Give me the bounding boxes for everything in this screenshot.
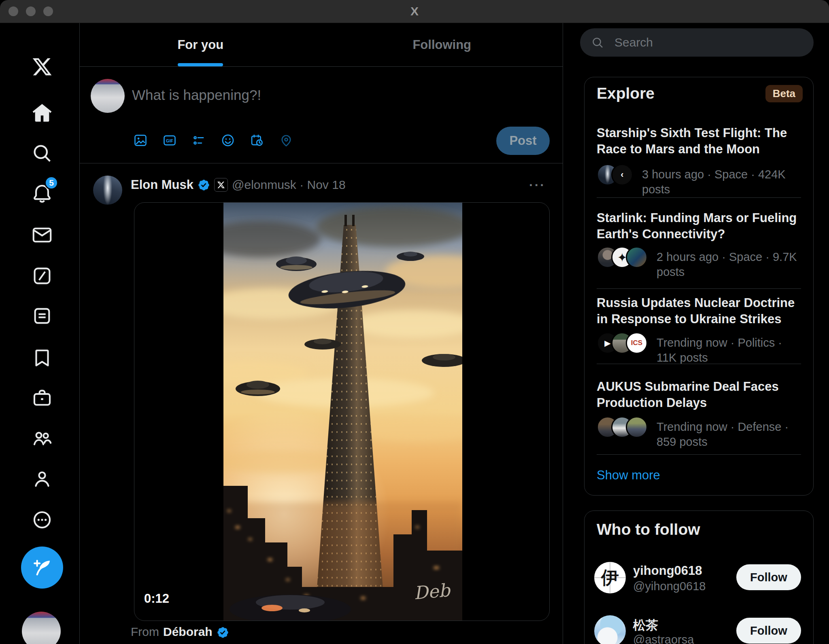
trend-meta-row: ‹ 3 hours ago · Space · 424K posts	[597, 164, 801, 197]
trend-meta-row: ✦ 2 hours ago · Space · 9.7K posts	[597, 246, 801, 280]
user-name[interactable]: yihong0618	[633, 564, 702, 578]
poll-icon[interactable]	[191, 133, 206, 148]
profile-icon[interactable]	[32, 468, 53, 489]
attribution-name[interactable]: Déborah	[163, 625, 213, 639]
trend-meta-row: Trending now · Defense · 859 posts	[597, 416, 801, 449]
trend-avatars	[597, 416, 648, 438]
affiliate-x-badge	[214, 178, 228, 192]
notification-count-badge: 5	[45, 176, 58, 190]
media-image-icon[interactable]	[133, 133, 148, 148]
trend-divider	[597, 288, 801, 289]
follow-button[interactable]: Follow	[736, 618, 801, 644]
trend-divider	[597, 364, 801, 364]
user-handle: @astraorsa	[633, 633, 694, 644]
gif-icon[interactable]: GIF	[162, 133, 177, 148]
trend-divider	[597, 197, 801, 198]
video-duration: 0:12	[144, 591, 169, 606]
location-icon[interactable]	[279, 133, 293, 148]
explore-panel: Explore Beta Starship's Sixth Test Fligh…	[584, 77, 814, 496]
follow-button[interactable]: Follow	[736, 564, 801, 590]
post-button[interactable]: Post	[496, 127, 550, 155]
timeline-tabs: For you Following	[80, 23, 563, 67]
explore-search-icon[interactable]	[32, 143, 53, 164]
bookmarks-icon[interactable]	[32, 347, 53, 368]
jobs-briefcase-icon[interactable]	[32, 387, 53, 408]
show-more-link[interactable]: Show more	[597, 468, 660, 483]
trend-avatars: ▶ ICS	[597, 332, 648, 354]
user-avatar[interactable]: 伊	[594, 562, 626, 593]
left-navigation: 5	[0, 23, 79, 644]
x-app-window: X 5	[0, 0, 829, 644]
trend-item[interactable]: Starship's Sixth Test Flight: The Race t…	[597, 125, 801, 157]
home-icon[interactable]	[32, 102, 53, 123]
tweet-more-menu[interactable]: ···	[529, 178, 546, 193]
section-divider	[80, 163, 563, 163]
trend-meta-row: ▶ ICS Trending now · Politics · 11K post…	[597, 332, 801, 365]
user-avatar[interactable]	[594, 615, 626, 644]
search-icon	[591, 36, 604, 49]
compose-post-button[interactable]	[21, 547, 63, 589]
who-to-follow-panel: Who to follow 伊 yihong0618 @yihong0618 F…	[584, 511, 814, 644]
composer-toolbar: GIF	[133, 133, 293, 148]
trend-item[interactable]: AUKUS Submarine Deal Faces Production De…	[597, 379, 801, 411]
who-to-follow-title: Who to follow	[597, 521, 700, 538]
emoji-icon[interactable]	[221, 133, 235, 148]
tweet-author-name[interactable]: Elon Musk	[131, 178, 193, 192]
video-attribution: From Déborah	[131, 625, 228, 639]
trend-item[interactable]: Starlink: Funding Mars or Fueling Earth'…	[597, 210, 801, 242]
verified-badge-icon	[198, 179, 210, 191]
compose-feather-icon	[32, 557, 53, 578]
colorful-avatar	[626, 246, 648, 268]
tweet-handle-date[interactable]: @elonmusk · Nov 18	[232, 178, 346, 192]
suited-man-avatar	[626, 416, 648, 438]
schedule-icon[interactable]	[250, 133, 264, 148]
tweet-header: Elon Musk @elonmusk · Nov 18	[131, 178, 346, 192]
user-handle: @yihong0618	[633, 580, 706, 593]
composer-input[interactable]: What is happening?!	[132, 87, 261, 103]
window-title: X	[0, 4, 829, 18]
search-bar[interactable]: Search	[580, 28, 814, 57]
account-avatar[interactable]	[22, 612, 61, 644]
trend-divider	[597, 454, 801, 455]
x-logo-icon[interactable]	[32, 56, 53, 77]
svg-text:GIF: GIF	[166, 138, 173, 143]
composer-avatar[interactable]	[91, 79, 125, 113]
articles-icon[interactable]	[32, 305, 53, 326]
video-frame	[223, 203, 462, 621]
search-placeholder: Search	[614, 36, 653, 49]
tweet-author-avatar[interactable]	[93, 176, 122, 205]
communities-icon[interactable]	[32, 428, 53, 449]
trend-item[interactable]: Russia Updates Nuclear Doctrine in Respo…	[597, 295, 801, 327]
trend-avatars: ✦	[597, 246, 648, 268]
grok-icon[interactable]	[32, 265, 53, 286]
follow-suggestion[interactable]: 伊 yihong0618 @yihong0618 Follow	[594, 562, 801, 594]
tab-following[interactable]: Following	[321, 23, 563, 66]
explore-title: Explore	[597, 85, 655, 102]
verified-badge-icon	[217, 626, 228, 638]
macos-titlebar: X	[0, 0, 829, 23]
follow-suggestion[interactable]: 松茶 @astraorsa Follow	[594, 615, 801, 644]
tab-for-you[interactable]: For you	[80, 23, 321, 66]
active-tab-indicator	[178, 63, 223, 66]
beta-badge: Beta	[765, 85, 803, 102]
futuristic-city-video-still	[223, 203, 462, 621]
messages-icon[interactable]	[32, 225, 53, 246]
user-name[interactable]: 松茶	[633, 617, 658, 634]
timeline-column: For you Following What is happening?! GI…	[79, 23, 563, 644]
trend-avatars: ‹	[597, 164, 633, 186]
ics-logo-avatar: ICS	[626, 332, 648, 354]
logo-avatar: ‹	[611, 164, 633, 186]
more-icon[interactable]	[32, 509, 53, 530]
tweet-video-player[interactable]: 0:12 Deb	[134, 202, 550, 621]
